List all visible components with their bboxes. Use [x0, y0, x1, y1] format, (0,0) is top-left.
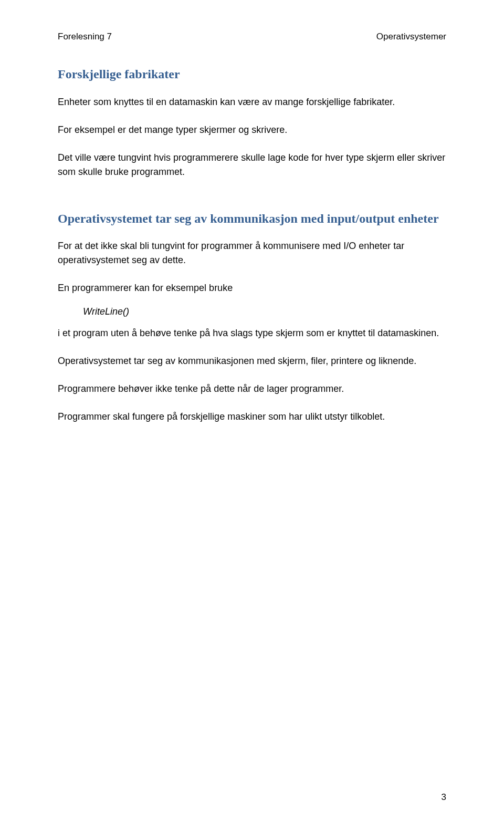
- section-gap: [58, 193, 446, 211]
- page-header: Forelesning 7 Operativsystemer: [58, 32, 446, 42]
- section-2-code: WriteLine(): [83, 305, 446, 319]
- header-right: Operativsystemer: [376, 32, 446, 42]
- header-left: Forelesning 7: [58, 32, 112, 42]
- section-2-p2: En programmerer kan for eksempel bruke: [58, 281, 446, 295]
- section-1-title: Forskjellige fabrikater: [58, 67, 446, 81]
- section-1-p2: For eksempel er det mange typer skjermer…: [58, 123, 446, 137]
- section-1-p3: Det ville være tungvint hvis programmere…: [58, 151, 446, 179]
- section-2-p3: i et program uten å behøve tenke på hva …: [58, 326, 446, 340]
- section-1-p1: Enheter som knyttes til en datamaskin ka…: [58, 95, 446, 109]
- section-2-p6: Programmer skal fungere på forskjellige …: [58, 410, 446, 424]
- section-2-title: Operativsystemet tar seg av kommunikasjo…: [58, 211, 446, 226]
- document-page: Forelesning 7 Operativsystemer Forskjell…: [0, 0, 504, 832]
- section-2-p1: For at det ikke skal bli tungvint for pr…: [58, 239, 446, 267]
- section-2-p4: Operativsystemet tar seg av kommunikasjo…: [58, 354, 446, 368]
- page-number: 3: [442, 792, 446, 803]
- section-2-p5: Programmere behøver ikke tenke på dette …: [58, 382, 446, 396]
